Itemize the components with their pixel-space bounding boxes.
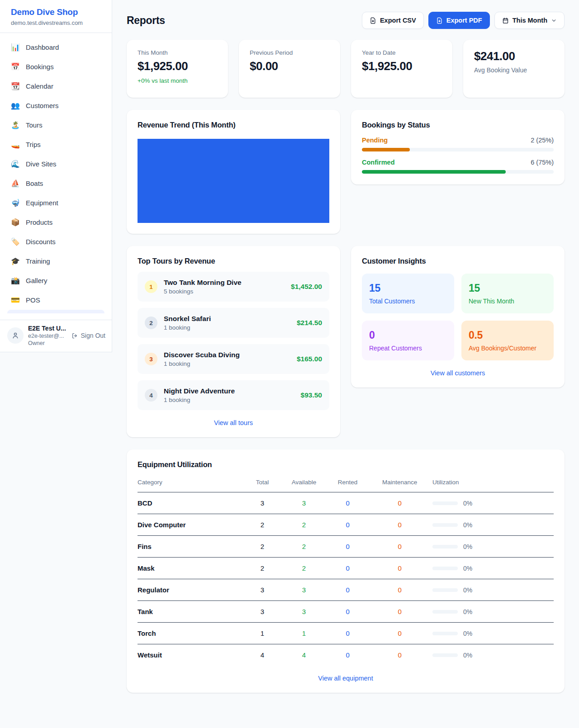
- cell-rented: 0: [325, 558, 370, 579]
- sidebar-item-tours[interactable]: 🏝️Tours: [4, 115, 108, 135]
- cell-total: 1: [242, 623, 283, 644]
- sidebar-item-trips[interactable]: 🚤Trips: [4, 135, 108, 154]
- stat-card-year-to-date: Year to Date $1,925.00: [351, 40, 452, 98]
- rank-badge: 2: [145, 317, 157, 329]
- equipment-utilization-card: Equipment Utilization Category Total Ava…: [127, 449, 565, 693]
- stat-delta: +0% vs last month: [138, 77, 217, 84]
- tour-revenue: $1,452.00: [291, 283, 322, 291]
- view-all-customers-link[interactable]: View all customers: [362, 369, 554, 377]
- sidebar-item-customers[interactable]: 👥Customers: [4, 96, 108, 115]
- utilization-bar-track: [432, 632, 458, 635]
- cell-rented: 0: [325, 579, 370, 601]
- sidebar-item-gallery[interactable]: 📸Gallery: [4, 271, 108, 290]
- period-dropdown[interactable]: This Month: [494, 12, 565, 29]
- cell-available: 3: [283, 601, 325, 623]
- view-all-equipment-link[interactable]: View all equipment: [138, 675, 554, 682]
- sidebar-item-discounts[interactable]: 🏷️Discounts: [4, 232, 108, 251]
- sign-out-button[interactable]: Sign Out: [71, 332, 105, 339]
- utilization-bar-track: [432, 523, 458, 527]
- insight-tile-avg-bookings: 0.5 Avg Bookings/Customer: [461, 321, 554, 360]
- rank-badge: 4: [145, 389, 157, 402]
- sidebar-item-bookings[interactable]: 📅Bookings: [4, 57, 108, 76]
- brand-domain: demo.test.divestreams.com: [11, 19, 101, 26]
- sidebar-item-label: Bookings: [26, 63, 54, 71]
- sidebar-item-label: Tours: [26, 121, 43, 129]
- column-header: Rented: [325, 473, 370, 492]
- equipment-table: Category Total Available Rented Maintena…: [138, 473, 554, 666]
- table-row: Torch 1 1 0 0 0%: [138, 623, 554, 644]
- insight-tile-total-customers: 15 Total Customers: [362, 274, 454, 313]
- cell-category: Dive Computer: [138, 514, 242, 536]
- dive-sites-icon: 🌊: [11, 160, 20, 168]
- status-value: 2 (25%): [531, 137, 554, 144]
- cell-maintenance: 0: [370, 579, 429, 601]
- training-icon: 🎓: [11, 257, 20, 265]
- export-pdf-label: Export PDF: [446, 17, 482, 24]
- status-bar-fill: [362, 148, 410, 151]
- stat-value: $0.00: [250, 59, 329, 73]
- calendar-icon: [502, 17, 509, 24]
- page-title: Reports: [127, 14, 165, 27]
- utilization-bar-track: [432, 653, 458, 657]
- trips-icon: 🚤: [11, 140, 20, 149]
- cell-total: 3: [242, 579, 283, 601]
- utilization-text: 0%: [463, 608, 472, 615]
- status-bar-fill: [362, 170, 506, 174]
- status-bar-track: [362, 170, 554, 174]
- equipment-utilization-title: Equipment Utilization: [138, 460, 554, 469]
- cell-utilization: 0%: [429, 644, 554, 666]
- column-header: Utilization: [429, 473, 554, 492]
- view-all-tours-link[interactable]: View all tours: [138, 419, 329, 426]
- tour-row: 2 Snorkel Safari1 booking $214.50: [138, 308, 329, 338]
- sidebar-item-label: Dive Sites: [26, 160, 57, 168]
- tour-name: Snorkel Safari: [164, 315, 290, 323]
- utilization-text: 0%: [463, 521, 472, 529]
- table-header-row: Category Total Available Rented Maintena…: [138, 473, 554, 492]
- status-row-pending: Pending 2 (25%): [362, 137, 554, 151]
- tile-value: 15: [469, 282, 546, 294]
- sidebar-item-products[interactable]: 📦Products: [4, 213, 108, 232]
- utilization-bar-track: [432, 501, 458, 505]
- cell-rented: 0: [325, 536, 370, 558]
- sidebar-item-label: Trips: [26, 141, 41, 148]
- chevron-down-icon: [551, 18, 557, 24]
- customers-icon: 👥: [11, 101, 20, 110]
- stat-label: This Month: [138, 49, 217, 56]
- sidebar-item-label: Gallery: [26, 277, 47, 284]
- tour-bookings: 1 booking: [164, 360, 290, 367]
- export-pdf-button[interactable]: Export PDF: [428, 12, 490, 29]
- customer-insights-title: Customer Insights: [362, 257, 554, 265]
- sidebar-item-calendar[interactable]: 📆Calendar: [4, 76, 108, 96]
- sign-out-label: Sign Out: [81, 332, 105, 339]
- cell-total: 2: [242, 514, 283, 536]
- sidebar-item-label: Products: [26, 218, 52, 226]
- cell-maintenance: 0: [370, 623, 429, 644]
- sidebar-item-pos[interactable]: 💳POS: [4, 290, 108, 310]
- cell-utilization: 0%: [429, 601, 554, 623]
- sidebar-item-equipment[interactable]: 🤿Equipment: [4, 193, 108, 213]
- cell-maintenance: 0: [370, 492, 429, 514]
- export-csv-button[interactable]: Export CSV: [362, 12, 424, 29]
- sidebar-item-reports-active-partial[interactable]: [7, 310, 104, 313]
- column-header: Available: [283, 473, 325, 492]
- stat-label: Year to Date: [362, 49, 441, 56]
- tile-label: Avg Bookings/Customer: [469, 345, 546, 352]
- cell-available: 2: [283, 514, 325, 536]
- tour-revenue: $214.50: [297, 319, 322, 327]
- sidebar-item-dashboard[interactable]: 📊Dashboard: [4, 38, 108, 57]
- cell-available: 3: [283, 579, 325, 601]
- revenue-trend-title: Revenue Trend (This Month): [138, 121, 329, 129]
- cell-utilization: 0%: [429, 579, 554, 601]
- customer-insights-card: Customer Insights 15 Total Customers 15 …: [351, 246, 565, 388]
- user-footer: E2E Test U... e2e-tester@... Owner Sign …: [0, 320, 112, 352]
- tile-label: Total Customers: [369, 298, 447, 305]
- tour-name: Discover Scuba Diving: [164, 351, 290, 359]
- sidebar-item-dive-sites[interactable]: 🌊Dive Sites: [4, 154, 108, 174]
- sidebar-item-boats[interactable]: ⛵Boats: [4, 174, 108, 193]
- tour-bookings: 1 booking: [164, 324, 290, 331]
- tile-label: Repeat Customers: [369, 345, 447, 352]
- cell-maintenance: 0: [370, 514, 429, 536]
- stat-card-previous-period: Previous Period $0.00: [239, 40, 340, 98]
- tour-name: Night Dive Adventure: [164, 387, 294, 395]
- sidebar-item-training[interactable]: 🎓Training: [4, 251, 108, 271]
